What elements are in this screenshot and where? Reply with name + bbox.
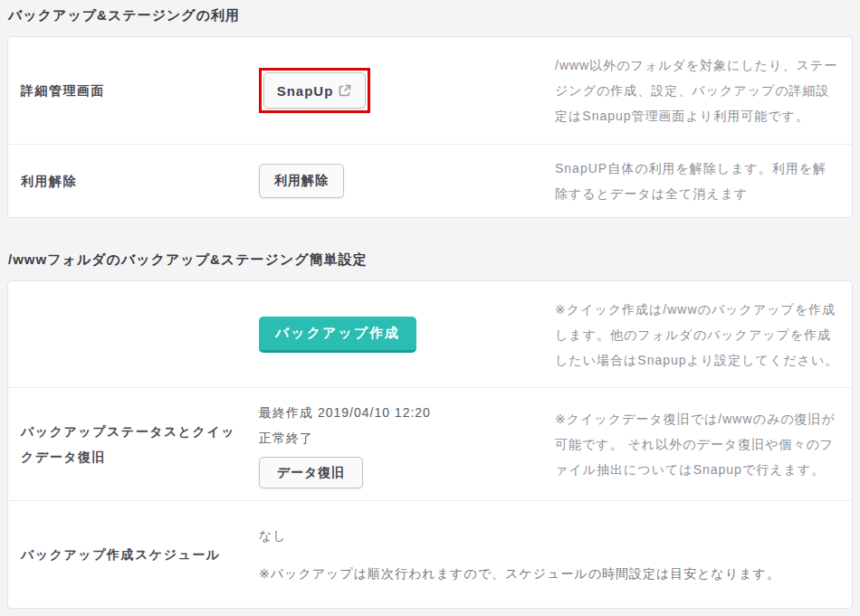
snapup-button-label: SnapUp <box>277 83 334 99</box>
cancel-usage-button[interactable]: 利用解除 <box>259 164 344 198</box>
backup-create-row: バックアップ作成 ※クイック作成は/wwwのバックアップを作成します。他のフォル… <box>8 281 852 388</box>
backup-staging-page: バックアップ&ステージングの利用 詳細管理画面 SnapUp <box>0 0 860 609</box>
backup-create-button[interactable]: バックアップ作成 <box>259 317 416 353</box>
cancel-usage-label: 利用解除 <box>8 168 259 194</box>
cancel-usage-button-label: 利用解除 <box>274 173 329 189</box>
backup-status-control: 最終作成 2019/04/10 12:20 正常終了 データ復旧 <box>259 389 555 499</box>
backup-create-control: バックアップ作成 <box>259 317 555 353</box>
backup-create-description: ※クイック作成は/wwwのバックアップを作成します。他のフォルダのバックアップを… <box>555 286 852 384</box>
backup-create-button-label: バックアップ作成 <box>275 325 400 342</box>
snapup-button[interactable]: SnapUp <box>263 72 366 109</box>
admin-screen-control: SnapUp <box>259 68 555 113</box>
last-created-text: 最終作成 2019/04/10 12:20 <box>259 400 555 425</box>
cancel-usage-control: 利用解除 <box>259 164 555 198</box>
admin-screen-label: 詳細管理画面 <box>8 78 259 103</box>
data-restore-button-label: データ復旧 <box>277 465 346 481</box>
backup-status-row: バックアップステータスとクイックデータ復旧 最終作成 2019/04/10 12… <box>8 388 852 501</box>
backup-schedule-label: バックアップ作成スケジュール <box>8 542 259 567</box>
quick-setup-section-title: /wwwフォルダのバックアップ&ステージング簡単設定 <box>8 251 853 269</box>
usage-section-title: バックアップ&ステージングの利用 <box>8 7 853 24</box>
backup-schedule-row: バックアップ作成スケジュール なし ※バックアップは順次行われますので、スケジュ… <box>8 501 852 608</box>
cancel-usage-description: SnapUP自体の利用を解除します。利用を解除するとデータは全て消えます <box>555 145 852 217</box>
admin-screen-row: 詳細管理画面 SnapUp /www以外の <box>8 37 852 145</box>
backup-schedule-value: なし <box>259 523 839 548</box>
cancel-usage-row: 利用解除 利用解除 SnapUP自体の利用を解除します。利用を解除するとデータは… <box>8 145 852 217</box>
quick-setup-panel: バックアップ作成 ※クイック作成は/wwwのバックアップを作成します。他のフォル… <box>7 280 853 609</box>
status-result-text: 正常終了 <box>259 425 555 450</box>
usage-panel: 詳細管理画面 SnapUp /www以外の <box>7 36 853 218</box>
data-restore-button[interactable]: データ復旧 <box>259 457 363 488</box>
admin-screen-description: /www以外のフォルダを対象にしたり、ステージングの作成、設定、バックアップの詳… <box>555 42 852 139</box>
backup-schedule-note: ※バックアップは順次行われますので、スケジュールの時間設定は目安となります。 <box>259 561 839 586</box>
external-link-icon <box>338 83 352 98</box>
snapup-highlight-box: SnapUp <box>259 68 370 113</box>
backup-status-description: ※クイックデータ復旧では/wwwのみの復旧が可能です。 それ以外のデータ復旧や個… <box>555 395 852 493</box>
backup-schedule-content: なし ※バックアップは順次行われますので、スケジュールの時間設定は目安となります… <box>259 512 852 597</box>
backup-status-label: バックアップステータスとクイックデータ復旧 <box>8 419 259 469</box>
